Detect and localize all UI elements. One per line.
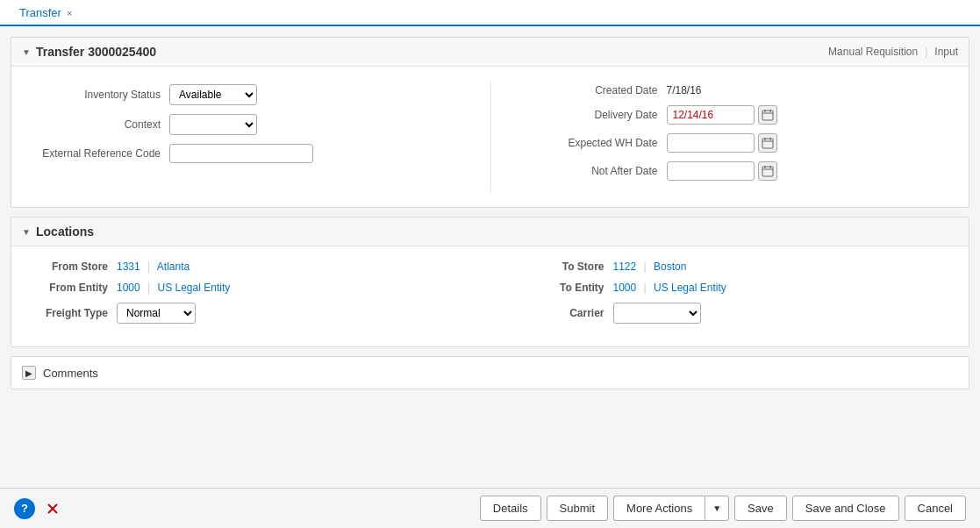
loc-right: To Store 1122 | Boston To Entity 1000 | …: [490, 257, 952, 336]
expected-wh-row: Expected WH Date: [526, 133, 952, 153]
help-button[interactable]: ?: [14, 498, 35, 501]
to-store-name: Boston: [654, 260, 686, 273]
transfer-panel: ▼ Transfer 3000025400 Manual Requisition…: [11, 37, 969, 208]
delivery-date-calendar-icon[interactable]: [758, 105, 777, 125]
delivery-date-row: Delivery Date: [526, 105, 952, 125]
save-button[interactable]: Save: [734, 496, 787, 500]
locations-collapse-icon[interactable]: ▼: [22, 227, 31, 236]
form-right: Created Date 7/18/16 Delivery Date: [490, 81, 952, 193]
transfer-panel-header: ▼ Transfer 3000025400 Manual Requisition…: [11, 38, 969, 67]
context-label: Context: [29, 118, 169, 131]
not-after-calendar-icon[interactable]: [758, 161, 777, 181]
details-button[interactable]: Details: [480, 496, 541, 500]
ext-ref-input[interactable]: [169, 144, 313, 163]
context-row: Context: [29, 114, 490, 135]
to-entity-label: To Entity: [526, 282, 613, 294]
to-entity-row: To Entity 1000 | US Legal Entity: [526, 282, 952, 294]
svg-rect-8: [762, 167, 773, 176]
transfer-tab[interactable]: Transfer ×: [9, 1, 82, 26]
to-store-sep: |: [644, 260, 647, 273]
freight-type-label: Freight Type: [29, 307, 117, 319]
created-date-row: Created Date 7/18/16: [526, 84, 952, 96]
to-entity-id: 1000: [613, 282, 637, 294]
delivery-date-input[interactable]: [667, 105, 755, 125]
not-after-row: Not After Date: [526, 161, 952, 181]
from-store-row: From Store 1331 | Atlanta: [29, 260, 490, 273]
transfer-form-grid: Inventory Status Available Context Exter…: [29, 81, 951, 193]
more-actions-dropdown-button[interactable]: ▼: [705, 496, 729, 500]
transfer-title-text: Transfer 3000025400: [36, 45, 156, 59]
to-store-row: To Store 1122 | Boston: [526, 260, 952, 273]
more-actions-button[interactable]: More Actions: [613, 496, 705, 500]
carrier-row: Carrier: [526, 303, 952, 324]
carrier-select[interactable]: [613, 303, 701, 324]
tab-close-icon[interactable]: ×: [67, 8, 72, 18]
to-store-value: 1122 | Boston: [613, 260, 687, 273]
submit-button[interactable]: Submit: [547, 496, 608, 500]
comments-panel: ▶ Comments: [11, 356, 969, 389]
locations-panel: ▼ Locations From Store 1331 | Atlanta Fr…: [11, 217, 969, 347]
from-store-label: From Store: [29, 260, 117, 273]
from-entity-name: US Legal Entity: [158, 282, 231, 294]
transfer-panel-body: Inventory Status Available Context Exter…: [11, 67, 969, 207]
from-entity-value: 1000 | US Legal Entity: [117, 282, 230, 294]
delete-button[interactable]: [42, 498, 63, 501]
meta-input: Input: [934, 46, 958, 58]
comments-header: ▶ Comments: [11, 357, 969, 389]
transfer-panel-meta: Manual Requisition | Input: [828, 46, 958, 58]
not-after-wrapper: [667, 161, 777, 181]
not-after-input[interactable]: [667, 161, 755, 181]
expected-wh-input[interactable]: [667, 133, 755, 153]
loc-left: From Store 1331 | Atlanta From Entity 10…: [29, 257, 490, 336]
from-store-name: Atlanta: [157, 260, 190, 273]
created-date-value: 7/18/16: [667, 84, 702, 96]
created-date-label: Created Date: [526, 84, 667, 96]
meta-separator: |: [925, 46, 927, 58]
from-entity-label: From Entity: [29, 282, 117, 294]
from-entity-row: From Entity 1000 | US Legal Entity: [29, 282, 490, 294]
locations-title-text: Locations: [36, 225, 94, 239]
ext-ref-row: External Reference Code: [29, 144, 490, 163]
meta-manual-req: Manual Requisition: [828, 46, 918, 58]
from-store-value: 1331 | Atlanta: [117, 260, 190, 273]
freight-type-row: Freight Type Normal: [29, 303, 490, 324]
locations-panel-title: ▼ Locations: [22, 225, 94, 239]
transfer-panel-title: ▼ Transfer 3000025400: [22, 45, 156, 59]
delivery-date-wrapper: [667, 105, 777, 125]
tab-label: Transfer: [19, 6, 61, 19]
ext-ref-label: External Reference Code: [29, 147, 169, 160]
svg-rect-4: [762, 139, 773, 148]
inventory-status-select[interactable]: Available: [169, 84, 257, 105]
delivery-date-label: Delivery Date: [526, 109, 667, 121]
save-close-button[interactable]: Save and Close: [792, 496, 899, 500]
to-entity-name: US Legal Entity: [654, 282, 726, 294]
svg-rect-0: [762, 111, 773, 120]
from-store-sep: |: [147, 260, 150, 273]
comments-title: Comments: [43, 367, 98, 380]
to-entity-sep: |: [644, 282, 647, 294]
from-entity-id: 1000: [117, 282, 140, 294]
context-select[interactable]: [169, 114, 257, 135]
to-store-id: 1122: [613, 260, 637, 273]
footer-left: ?: [14, 498, 63, 501]
to-store-label: To Store: [526, 260, 613, 273]
main-content: ▼ Transfer 3000025400 Manual Requisition…: [0, 26, 980, 500]
inventory-status-label: Inventory Status: [29, 89, 169, 101]
expected-wh-calendar-icon[interactable]: [758, 133, 777, 153]
cancel-button[interactable]: Cancel: [905, 496, 966, 500]
more-actions-split: More Actions ▼: [613, 496, 729, 500]
locations-grid: From Store 1331 | Atlanta From Entity 10…: [11, 246, 969, 346]
expected-wh-wrapper: [667, 133, 777, 153]
freight-type-select[interactable]: Normal: [117, 303, 196, 324]
footer-bar: ? Details Submit More Actions ▼ Save Sav…: [0, 488, 980, 500]
expected-wh-label: Expected WH Date: [526, 137, 667, 149]
from-store-id: 1331: [117, 260, 140, 273]
form-left: Inventory Status Available Context Exter…: [29, 81, 490, 193]
tab-bar: Transfer ×: [0, 0, 980, 26]
not-after-label: Not After Date: [526, 165, 667, 177]
comments-expand-button[interactable]: ▶: [22, 366, 36, 380]
transfer-collapse-icon[interactable]: ▼: [22, 47, 31, 56]
from-entity-sep: |: [147, 282, 150, 294]
locations-panel-header: ▼ Locations: [11, 218, 969, 246]
inventory-status-row: Inventory Status Available: [29, 84, 490, 105]
